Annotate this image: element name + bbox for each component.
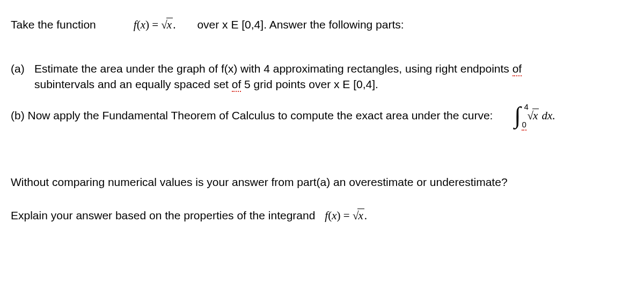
sqrt-icon: √x <box>161 17 173 32</box>
intro-row: Take the function f(x) = √x. over x E [0… <box>11 17 633 32</box>
part-a-text: Estimate the area under the graph of f(x… <box>34 61 633 92</box>
int-period: . <box>552 109 555 122</box>
integral-lower: 0 <box>522 120 526 128</box>
fx-close: ) <box>145 18 149 31</box>
integrand: √x dx. <box>528 108 555 123</box>
fx-eq: = <box>149 18 161 31</box>
fx-close: ) <box>337 209 341 222</box>
intro-lead: Take the function <box>11 17 96 32</box>
part-a-l1-spell: of <box>513 62 522 76</box>
part-a-l2-pre: subintervals and an equally spaced set <box>34 78 232 90</box>
followup-q: Without comparing numerical values is yo… <box>11 175 633 190</box>
sqrt-icon: √x <box>353 208 364 223</box>
fx-eq: = <box>341 209 353 222</box>
part-a-l2-spell: of <box>232 78 241 92</box>
sqrt-body: x <box>357 209 364 222</box>
part-a: (a) Estimate the area under the graph of… <box>11 61 633 92</box>
part-a-label: (a) <box>11 61 34 92</box>
fx-x: x <box>332 209 336 222</box>
fx-x: x <box>141 18 145 31</box>
part-b: (b) Now apply the Fundamental Theorem of… <box>11 104 633 127</box>
explain-math: f(x) = √x. <box>325 208 367 223</box>
fx-period: . <box>364 209 367 222</box>
integral-block: ∫ 4 0 √x dx. <box>514 104 555 127</box>
part-b-text: (b) Now apply the Fundamental Theorem of… <box>11 108 493 123</box>
fx-period: . <box>173 18 175 31</box>
dx: dx <box>539 109 552 122</box>
explain-row: Explain your answer based on the propert… <box>11 208 633 223</box>
sqrt-body: x <box>166 18 173 31</box>
fx-open: ( <box>137 18 141 31</box>
parts-block: (a) Estimate the area under the graph of… <box>11 61 633 127</box>
intro-math: f(x) = √x. <box>134 17 176 32</box>
part-b-label: (b) <box>11 109 28 121</box>
integral-icon: ∫ 4 0 <box>514 104 521 127</box>
part-a-l1-pre: Estimate the area under the graph of f(x… <box>34 62 513 75</box>
part-a-l2-post: 5 grid points over x E [0,4]. <box>241 78 378 90</box>
intro-trail: over x E [0,4]. Answer the following par… <box>197 17 404 32</box>
sqrt-icon: √x <box>528 108 539 123</box>
sqrt-body: x <box>532 109 539 122</box>
part-b-body: Now apply the Fundamental Theorem of Cal… <box>28 109 493 121</box>
explain-text: Explain your answer based on the propert… <box>11 208 315 223</box>
